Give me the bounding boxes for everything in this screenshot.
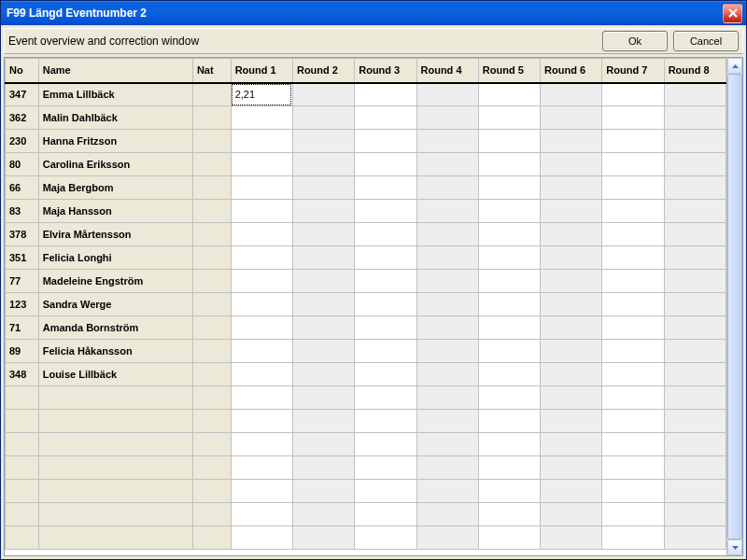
cell-round[interactable] bbox=[478, 293, 540, 316]
col-header-round5[interactable]: Round 5 bbox=[478, 59, 540, 83]
cell-round[interactable] bbox=[478, 340, 540, 363]
cell-empty[interactable] bbox=[478, 526, 540, 550]
cell-name[interactable]: Louise Lillbäck bbox=[38, 363, 192, 386]
table-scroll[interactable]: No Name Nat Round 1 Round 2 Round 3 Roun… bbox=[5, 58, 726, 555]
cell-round[interactable] bbox=[292, 176, 354, 200]
scroll-track[interactable] bbox=[727, 74, 742, 539]
cell-round[interactable] bbox=[292, 246, 354, 270]
cell-round[interactable] bbox=[602, 200, 664, 223]
close-button[interactable] bbox=[723, 4, 742, 23]
cell-empty[interactable] bbox=[664, 433, 726, 456]
cell-empty[interactable] bbox=[38, 503, 192, 526]
cell-round[interactable] bbox=[602, 270, 664, 293]
cell-empty[interactable] bbox=[602, 456, 664, 480]
cell-empty[interactable] bbox=[6, 433, 39, 456]
cell-nat[interactable] bbox=[192, 153, 231, 176]
cell-round[interactable] bbox=[292, 223, 354, 246]
cell-no[interactable]: 83 bbox=[6, 200, 39, 223]
cell-empty[interactable] bbox=[292, 433, 354, 456]
cell-round[interactable] bbox=[355, 176, 416, 200]
cell-round[interactable] bbox=[416, 153, 478, 176]
cell-round[interactable] bbox=[292, 200, 354, 223]
cell-empty[interactable] bbox=[192, 386, 231, 410]
cell-round[interactable] bbox=[664, 106, 726, 130]
cell-name[interactable]: Amanda Bornström bbox=[38, 316, 192, 340]
cell-no[interactable]: 230 bbox=[6, 130, 39, 153]
cell-round[interactable] bbox=[602, 176, 664, 200]
cell-round[interactable] bbox=[231, 153, 292, 176]
cell-name[interactable]: Carolina Eriksson bbox=[38, 153, 192, 176]
cell-round[interactable] bbox=[478, 200, 540, 223]
cell-round[interactable] bbox=[292, 270, 354, 293]
cell-round[interactable] bbox=[355, 106, 416, 130]
cell-empty[interactable] bbox=[231, 456, 292, 480]
cell-empty[interactable] bbox=[231, 410, 292, 433]
cell-empty[interactable] bbox=[478, 433, 540, 456]
cell-empty[interactable] bbox=[6, 386, 39, 410]
cell-round[interactable] bbox=[231, 176, 292, 200]
cell-empty[interactable] bbox=[192, 410, 231, 433]
cell-no[interactable]: 71 bbox=[6, 316, 39, 340]
cell-round[interactable] bbox=[664, 293, 726, 316]
cell-round[interactable] bbox=[231, 340, 292, 363]
col-header-round1[interactable]: Round 1 bbox=[231, 59, 292, 83]
vertical-scrollbar[interactable] bbox=[726, 58, 742, 555]
cell-round[interactable] bbox=[355, 130, 416, 153]
cell-empty[interactable] bbox=[6, 480, 39, 503]
cell-round[interactable] bbox=[541, 83, 602, 106]
cell-empty[interactable] bbox=[355, 456, 416, 480]
col-header-round8[interactable]: Round 8 bbox=[664, 59, 726, 83]
cell-round[interactable] bbox=[541, 340, 602, 363]
cell-empty[interactable] bbox=[664, 386, 726, 410]
cell-name[interactable]: Madeleine Engström bbox=[38, 270, 192, 293]
cell-nat[interactable] bbox=[192, 340, 231, 363]
cell-empty[interactable] bbox=[416, 433, 478, 456]
cell-nat[interactable] bbox=[192, 270, 231, 293]
cell-round[interactable] bbox=[541, 176, 602, 200]
col-header-name[interactable]: Name bbox=[38, 59, 192, 83]
cell-round[interactable] bbox=[478, 363, 540, 386]
cell-round[interactable] bbox=[355, 270, 416, 293]
cell-name[interactable]: Felicia Longhi bbox=[38, 246, 192, 270]
col-header-round6[interactable]: Round 6 bbox=[541, 59, 602, 83]
cell-empty[interactable] bbox=[416, 503, 478, 526]
cell-round[interactable] bbox=[416, 246, 478, 270]
cell-round[interactable] bbox=[355, 83, 416, 106]
col-header-no[interactable]: No bbox=[6, 59, 39, 83]
cell-round[interactable] bbox=[292, 106, 354, 130]
cell-round[interactable] bbox=[664, 363, 726, 386]
cell-no[interactable]: 77 bbox=[6, 270, 39, 293]
cell-round[interactable] bbox=[478, 176, 540, 200]
cell-round[interactable] bbox=[292, 153, 354, 176]
cell-empty[interactable] bbox=[292, 503, 354, 526]
cell-round[interactable] bbox=[231, 316, 292, 340]
cell-round[interactable] bbox=[602, 246, 664, 270]
cell-nat[interactable] bbox=[192, 316, 231, 340]
cell-round[interactable] bbox=[416, 340, 478, 363]
cell-no[interactable]: 66 bbox=[6, 176, 39, 200]
cell-empty[interactable] bbox=[664, 410, 726, 433]
cell-round[interactable] bbox=[664, 176, 726, 200]
cell-no[interactable]: 378 bbox=[6, 223, 39, 246]
cell-round[interactable] bbox=[416, 130, 478, 153]
cell-empty[interactable] bbox=[541, 503, 602, 526]
cell-round[interactable] bbox=[416, 200, 478, 223]
cell-round[interactable] bbox=[292, 130, 354, 153]
cell-nat[interactable] bbox=[192, 363, 231, 386]
cell-empty[interactable] bbox=[355, 386, 416, 410]
cell-empty[interactable] bbox=[602, 386, 664, 410]
cell-round[interactable] bbox=[602, 106, 664, 130]
cell-empty[interactable] bbox=[6, 526, 39, 550]
col-header-round3[interactable]: Round 3 bbox=[355, 59, 416, 83]
cell-empty[interactable] bbox=[416, 410, 478, 433]
cell-empty[interactable] bbox=[38, 410, 192, 433]
titlebar[interactable]: F99 Längd Eventnumber 2 bbox=[1, 1, 746, 25]
scroll-down-button[interactable] bbox=[727, 539, 742, 555]
cell-round[interactable] bbox=[541, 223, 602, 246]
cell-round[interactable] bbox=[602, 363, 664, 386]
cell-empty[interactable] bbox=[231, 526, 292, 550]
cell-round[interactable] bbox=[292, 340, 354, 363]
cell-round[interactable] bbox=[292, 83, 354, 106]
cell-round[interactable] bbox=[541, 270, 602, 293]
cell-nat[interactable] bbox=[192, 223, 231, 246]
